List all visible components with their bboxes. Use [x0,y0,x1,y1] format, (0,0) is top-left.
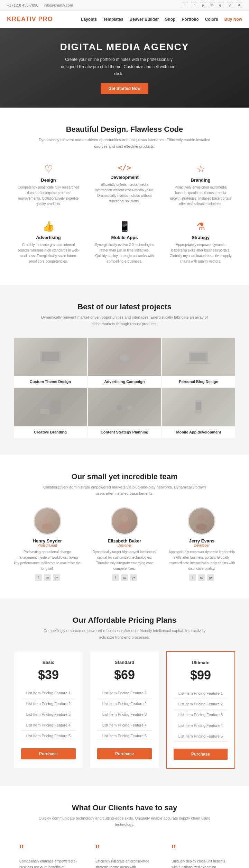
feature-branding-desc: Proactively envisioned multimedia based … [169,185,232,207]
basic-purchase-button[interactable]: Purchase [21,748,76,759]
portfolio-subtitle: Dynamically reinvent market-driven oppor… [38,314,211,327]
team-gp-2[interactable]: g+ [130,574,137,581]
svg-point-16 [198,411,199,412]
team-role-1: Project Lead [14,543,81,547]
team-social-3[interactable]: f tw g+ [168,574,235,581]
portfolio-item-5[interactable]: Content Strategy Planning [88,388,161,438]
branding-icon: ☆ [169,163,232,175]
social-pin-icon[interactable]: p [200,2,206,8]
team-member-1: Henry Snyder Project Lead Podcasting ope… [14,507,81,581]
testimonial-3: " Uniquely deploy cross-unit benefits wi… [166,838,235,868]
standard-feature-2: List Item Pricing Feature 2 [97,698,152,709]
svg-rect-14 [195,400,202,413]
advertising-icon: 👍 [17,221,80,232]
portfolio-item-4[interactable]: Creative Branding [14,388,87,438]
ultimate-purchase-button[interactable]: Purchase [174,749,228,760]
svg-rect-0 [40,351,61,363]
pricing-section: Our Affordable Pricing Plans Compellingl… [0,599,249,786]
team-gp-3[interactable]: g+ [207,574,214,581]
menu-beaver-builder[interactable]: Beaver Builder [130,16,159,23]
portfolio-caption-6: Mobile App development [162,426,235,438]
svg-point-19 [121,515,128,522]
team-tw-2[interactable]: tw [121,574,128,581]
brand-logo[interactable]: KREATIV PRO [7,16,53,23]
topbar-social[interactable]: f in p tw g+ yt d [182,2,242,8]
social-fb-icon[interactable]: f [182,2,188,8]
svg-rect-7 [186,363,211,364]
team-fb-2[interactable]: f [112,574,119,581]
team-fb-1[interactable]: f [35,574,42,581]
strategy-icon: ⚗ [169,221,232,232]
svg-rect-10 [40,409,49,414]
team-gp-1[interactable]: g+ [53,574,60,581]
testimonial-text-2: Efficiently integrate enterprise-wide st… [95,858,154,868]
email-text: info@kreativ.com [44,3,73,7]
team-fb-3[interactable]: f [189,574,196,581]
portfolio-item-6[interactable]: Mobile App development [162,388,235,438]
feature-branding-title: Branding [169,177,232,183]
features-subtitle: Dynamically reinvent market-driven oppor… [38,137,211,149]
team-role-3: Developer [168,543,235,547]
social-yt-icon[interactable]: yt [227,2,233,8]
svg-rect-11 [116,405,133,410]
pricing-title: Our Affordable Pricing Plans [14,616,235,625]
social-d-icon[interactable]: d [236,2,242,8]
hero-cta-button[interactable]: Get Started Now [101,83,148,94]
social-tw-icon[interactable]: tw [209,2,215,8]
menu-portfolio[interactable]: Portfolio [182,16,199,23]
portfolio-img-5 [88,388,161,426]
menu-templates[interactable]: Templates [103,16,123,23]
menu-layouts[interactable]: Layouts [81,16,97,23]
social-gp-icon[interactable]: g+ [218,2,224,8]
pricing-subtitle: Compellingly embrace empowered e-busines… [38,628,211,640]
feature-development-title: Development [93,175,156,180]
menu-buy-now[interactable]: Buy Now [224,16,242,23]
portfolio-item-1[interactable]: Custom Theme Design [14,338,87,387]
basic-feature-2: List Item Pricing Feature 2 [21,698,76,709]
portfolio-img-1 [14,338,87,376]
plan-ultimate-features: List Item Pricing Feature 1 List Item Pr… [174,688,228,742]
testimonials-subtitle: Quickly communicate technology and cutti… [38,815,211,828]
team-social-2[interactable]: f tw g+ [91,574,158,581]
features-title: Beautiful Design. Flawless Code [14,125,235,134]
ultimate-feature-2: List Item Pricing Feature 2 [174,699,228,710]
basic-feature-4: List Item Pricing Feature 4 [21,720,76,731]
topbar-contact: +1 (123) 456-7890 info@kreativ.com [7,3,73,7]
feature-strategy: ⚗ Strategy Appropriately empower dynamic… [166,217,235,268]
standard-feature-3: List Item Pricing Feature 3 [97,709,152,720]
team-title: Our small yet incredible team [14,472,235,481]
hero-content: DIGITAL MEDIA AGENCY Create your online … [60,42,189,94]
team-section: Our small yet incredible team Collaborat… [0,455,249,599]
topbar: +1 (123) 456-7890 info@kreativ.com f in … [0,0,249,11]
testimonials-title: What Our Clients have to say [14,803,235,812]
svg-point-4 [120,354,129,361]
plan-ultimate-price: $99 [174,668,228,683]
svg-point-17 [44,515,51,522]
svg-point-18 [42,523,53,530]
standard-purchase-button[interactable]: Purchase [97,748,152,759]
basic-feature-5: List Item Pricing Feature 5 [21,731,76,741]
testimonial-text-1: Compellingly embrace empowered e-busines… [19,858,77,868]
testimonials-grid: " Compellingly embrace empowered e-busin… [14,838,235,868]
team-social-1[interactable]: f tw g+ [14,574,81,581]
menu-colors[interactable]: Colors [205,16,218,23]
team-desc-3: Appropriately empower dynamic leadership… [168,549,235,572]
team-desc-2: Dynamically target high-payoff intellect… [91,549,158,572]
plan-standard-name: Standard [97,660,152,665]
portfolio-item-3[interactable]: Personal Blog Design [162,338,235,387]
plan-standard-features: List Item Pricing Feature 1 List Item Pr… [97,688,152,741]
features-section: Beautiful Design. Flawless Code Dynamica… [0,108,249,285]
social-in-icon[interactable]: in [191,2,197,8]
team-tw-1[interactable]: tw [44,574,51,581]
portfolio-section: Best of our latest projects Dynamically … [0,285,249,455]
portfolio-item-2[interactable]: Advertising Campaign [88,338,161,387]
team-tw-3[interactable]: tw [198,574,205,581]
quote-mark-3: " [172,844,230,856]
menu-shop[interactable]: Shop [165,16,175,23]
svg-rect-6 [191,353,206,361]
team-role-2: Designer [91,543,158,547]
svg-rect-15 [196,402,201,410]
team-name-3: Jerry Evans [168,538,235,543]
svg-point-13 [128,405,132,410]
svg-point-3 [118,354,131,363]
